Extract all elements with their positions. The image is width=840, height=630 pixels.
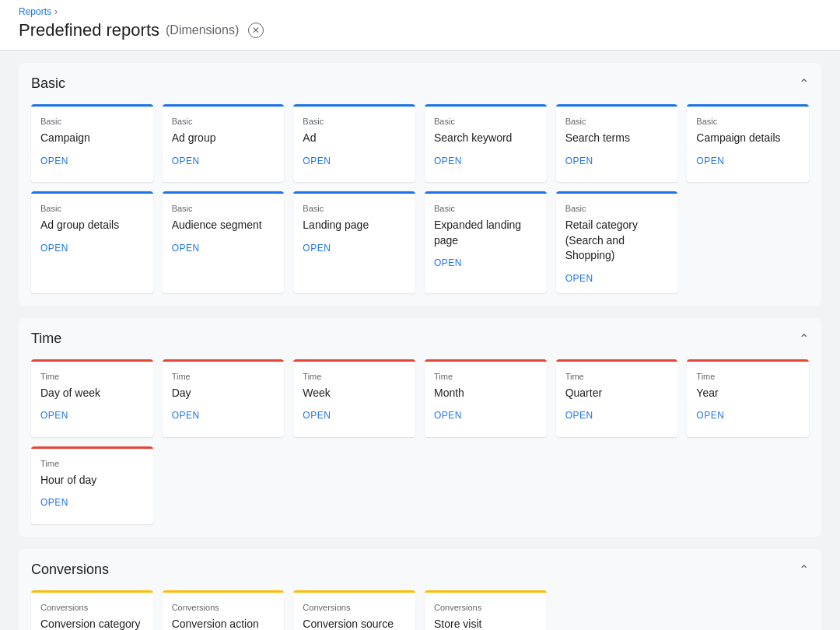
- card-campaign[interactable]: Basic Campaign OPEN: [31, 104, 153, 182]
- card-title: Ad group: [172, 131, 275, 146]
- card-retail-category[interactable]: Basic Retail category (Search and Shoppi…: [556, 191, 678, 293]
- card-category: Time: [303, 372, 406, 381]
- card-open-link[interactable]: OPEN: [40, 410, 144, 421]
- card-title: Year: [696, 386, 800, 401]
- card-category: Basic: [565, 117, 669, 126]
- card-ad[interactable]: Basic Ad OPEN: [293, 104, 415, 182]
- card-open-link[interactable]: OPEN: [40, 156, 144, 166]
- card-title: Landing page: [303, 218, 406, 233]
- card-category: Basic: [565, 204, 669, 213]
- card-ad-group[interactable]: Basic Ad group OPEN: [163, 104, 285, 182]
- card-open-link[interactable]: OPEN: [303, 156, 406, 166]
- basic-section-title: Basic: [31, 75, 65, 92]
- card-category: Conversions: [303, 603, 406, 612]
- card-category: Basic: [40, 204, 144, 213]
- basic-section-header: Basic ⌃: [31, 75, 809, 92]
- card-category: Conversions: [434, 603, 537, 612]
- conversions-section-header: Conversions ⌃: [31, 562, 809, 578]
- card-title: Audience segment: [172, 218, 275, 233]
- card-title: Conversion action name: [172, 617, 275, 630]
- card-category: Basic: [434, 204, 537, 213]
- main-content: Basic ⌃ Basic Campaign OPEN Basic Ad gro…: [0, 51, 840, 630]
- card-title: Conversion category: [40, 617, 144, 630]
- conversions-collapse-button[interactable]: ⌃: [799, 562, 809, 577]
- card-open-link[interactable]: OPEN: [303, 243, 406, 254]
- page-header: Reports › Predefined reports (Dimensions…: [0, 0, 840, 51]
- card-open-link[interactable]: OPEN: [696, 410, 800, 421]
- time-collapse-button[interactable]: ⌃: [799, 331, 809, 346]
- card-category: Time: [172, 372, 275, 381]
- card-title: Hour of day: [40, 473, 144, 488]
- time-section: Time ⌃ Time Day of week OPEN Time Day OP…: [19, 318, 821, 537]
- card-open-link[interactable]: OPEN: [696, 156, 800, 166]
- breadcrumb-reports-link[interactable]: Reports: [19, 6, 51, 17]
- card-quarter[interactable]: Time Quarter OPEN: [556, 359, 678, 437]
- card-category: Basic: [172, 204, 275, 213]
- card-category: Basic: [303, 117, 406, 126]
- card-category: Basic: [172, 117, 275, 126]
- card-open-link[interactable]: OPEN: [40, 243, 144, 254]
- conversions-section: Conversions ⌃ Conversions Conversion cat…: [19, 549, 821, 630]
- card-conversion-category[interactable]: Conversions Conversion category OPEN: [31, 590, 153, 630]
- card-open-link[interactable]: OPEN: [565, 156, 669, 166]
- card-day[interactable]: Time Day OPEN: [163, 359, 285, 437]
- card-week[interactable]: Time Week OPEN: [293, 359, 415, 437]
- time-cards-grid: Time Day of week OPEN Time Day OPEN Time…: [31, 359, 809, 524]
- card-title: Month: [434, 386, 537, 401]
- card-category: Time: [565, 372, 669, 381]
- card-search-terms[interactable]: Basic Search terms OPEN: [556, 104, 678, 182]
- card-title: Campaign details: [696, 131, 800, 146]
- card-open-link[interactable]: OPEN: [434, 410, 537, 421]
- card-open-link[interactable]: OPEN: [434, 156, 537, 166]
- card-category: Time: [40, 459, 144, 468]
- card-category: Conversions: [40, 603, 144, 612]
- card-category: Time: [434, 372, 537, 381]
- card-open-link[interactable]: OPEN: [40, 497, 144, 508]
- card-expanded-landing-page[interactable]: Basic Expanded landing page OPEN: [425, 191, 547, 293]
- card-open-link[interactable]: OPEN: [172, 410, 275, 421]
- conversions-cards-grid: Conversions Conversion category OPEN Con…: [31, 590, 809, 630]
- card-title: Campaign: [40, 131, 144, 146]
- basic-section: Basic ⌃ Basic Campaign OPEN Basic Ad gro…: [19, 63, 821, 306]
- card-title: Ad: [303, 131, 406, 146]
- card-title: Retail category (Search and Shopping): [565, 218, 669, 264]
- basic-cards-grid: Basic Campaign OPEN Basic Ad group OPEN …: [31, 104, 809, 293]
- card-day-of-week[interactable]: Time Day of week OPEN: [31, 359, 153, 437]
- card-search-keyword[interactable]: Basic Search keyword OPEN: [425, 104, 547, 182]
- card-category: Basic: [303, 204, 406, 213]
- time-section-header: Time ⌃: [31, 331, 809, 347]
- close-button[interactable]: ✕: [248, 23, 264, 38]
- card-ad-group-details[interactable]: Basic Ad group details OPEN: [31, 191, 153, 293]
- card-month[interactable]: Time Month OPEN: [425, 359, 547, 437]
- page-title: Predefined reports: [19, 20, 159, 40]
- card-title: Ad group details: [40, 218, 144, 233]
- card-title: Search terms: [565, 131, 669, 146]
- time-section-title: Time: [31, 331, 61, 347]
- breadcrumb: Reports ›: [19, 6, 821, 17]
- basic-collapse-button[interactable]: ⌃: [799, 76, 809, 91]
- card-category: Basic: [434, 117, 537, 126]
- breadcrumb-chevron: ›: [54, 6, 58, 17]
- card-conversion-source[interactable]: Conversions Conversion source OPEN: [293, 590, 415, 630]
- card-open-link[interactable]: OPEN: [172, 156, 275, 166]
- card-landing-page[interactable]: Basic Landing page OPEN: [293, 191, 415, 293]
- card-store-visit[interactable]: Conversions Store visit OPEN: [425, 590, 547, 630]
- card-year[interactable]: Time Year OPEN: [687, 359, 809, 437]
- card-audience-segment[interactable]: Basic Audience segment OPEN: [163, 191, 285, 293]
- conversions-section-title: Conversions: [31, 562, 109, 578]
- card-title: Store visit: [434, 617, 537, 630]
- card-open-link[interactable]: OPEN: [565, 410, 669, 421]
- card-conversion-action-name[interactable]: Conversions Conversion action name OPEN: [163, 590, 285, 630]
- card-campaign-details[interactable]: Basic Campaign details OPEN: [687, 104, 809, 182]
- card-hour-of-day[interactable]: Time Hour of day OPEN: [31, 446, 153, 524]
- card-open-link[interactable]: OPEN: [565, 273, 669, 284]
- card-category: Time: [40, 372, 144, 381]
- card-title: Conversion source: [303, 617, 406, 630]
- card-title: Search keyword: [434, 131, 537, 146]
- card-category: Basic: [696, 117, 800, 126]
- card-title: Quarter: [565, 386, 669, 401]
- card-title: Day of week: [40, 386, 144, 401]
- card-open-link[interactable]: OPEN: [303, 410, 406, 421]
- card-open-link[interactable]: OPEN: [172, 243, 275, 254]
- card-open-link[interactable]: OPEN: [434, 257, 537, 268]
